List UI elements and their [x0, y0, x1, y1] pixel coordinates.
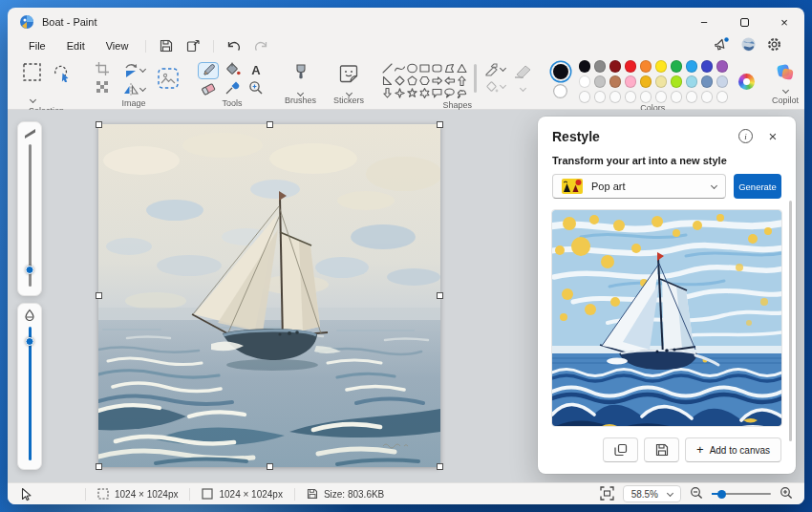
menu-view[interactable]: View — [96, 39, 139, 53]
custom-color-slot[interactable] — [594, 91, 607, 103]
shape-outline-button[interactable] — [484, 62, 505, 76]
rotate-button[interactable] — [123, 63, 145, 78]
menu-edit[interactable]: Edit — [57, 39, 95, 53]
selection-handle-bottom-right[interactable] — [437, 463, 443, 470]
selection-handle-top-right[interactable] — [437, 121, 443, 128]
fit-to-screen-button[interactable] — [600, 486, 614, 502]
shape-fill-button[interactable] — [484, 79, 505, 94]
zoom-level-dropdown[interactable]: 58.5% — [623, 485, 681, 502]
color-swatch[interactable] — [716, 60, 729, 73]
copilot-button[interactable] — [775, 63, 796, 86]
restyle-scrollbar[interactable] — [789, 201, 792, 441]
color-swatch[interactable] — [625, 60, 637, 73]
zoom-slider[interactable] — [712, 488, 771, 500]
selection-handle-bottom-center[interactable] — [267, 463, 273, 470]
color-swatch[interactable] — [716, 75, 729, 88]
menu-file[interactable]: File — [19, 39, 55, 53]
rotate-dropdown-chevron[interactable] — [139, 66, 145, 73]
color-swatch[interactable] — [686, 75, 698, 88]
rectangle-select-button[interactable] — [22, 62, 42, 86]
selection-handle-top-center[interactable] — [267, 121, 273, 128]
color-swatch[interactable] — [671, 60, 683, 73]
color-swatch[interactable] — [640, 60, 652, 73]
magnifier-tool-button[interactable] — [248, 80, 264, 99]
fill-dropdown-chevron[interactable] — [500, 82, 506, 89]
save-result-button[interactable] — [644, 437, 679, 462]
undo-button[interactable] — [222, 37, 246, 54]
feedback-button[interactable] — [713, 36, 730, 55]
custom-color-slot[interactable] — [701, 91, 714, 103]
selection-handle-top-left[interactable] — [96, 121, 102, 128]
custom-color-slot[interactable] — [609, 91, 622, 103]
eraser-tool-button[interactable] — [200, 80, 217, 99]
color-swatch[interactable] — [579, 75, 591, 88]
shape-fill-style-button[interactable] — [513, 62, 534, 85]
stickers-button[interactable] — [338, 63, 359, 88]
color-swatch[interactable] — [686, 60, 698, 73]
copy-result-button[interactable] — [603, 437, 638, 462]
stroke-size-slider[interactable] — [18, 144, 41, 287]
generate-button[interactable]: Generate — [734, 174, 781, 199]
remove-background-button[interactable] — [157, 67, 180, 94]
brushes-button[interactable] — [291, 63, 310, 88]
info-icon[interactable]: i — [738, 129, 753, 143]
selection-dropdown-chevron[interactable] — [30, 96, 36, 103]
color-swatch[interactable] — [609, 75, 622, 88]
custom-color-slot[interactable] — [655, 91, 668, 103]
flip-dropdown-chevron[interactable] — [139, 85, 145, 92]
color-swatch[interactable] — [640, 75, 652, 88]
outline-dropdown-chevron[interactable] — [500, 65, 506, 72]
color-swatch[interactable] — [594, 75, 607, 88]
redo-button[interactable] — [248, 37, 273, 54]
close-button[interactable]: × — [764, 8, 804, 36]
selection-handle-bottom-left[interactable] — [96, 463, 102, 470]
custom-color-slot[interactable] — [625, 91, 637, 103]
primary-color-swatch[interactable] — [553, 64, 568, 79]
opacity-slider[interactable] — [18, 327, 41, 460]
color-swatch[interactable] — [625, 75, 637, 88]
custom-color-slot[interactable] — [640, 91, 652, 103]
copilot-dropdown-chevron[interactable] — [782, 87, 789, 94]
account-button[interactable] — [741, 37, 756, 55]
save-button[interactable] — [154, 37, 179, 54]
color-swatch[interactable] — [655, 60, 668, 73]
style-dropdown[interactable]: Pop art — [552, 174, 726, 199]
secondary-color-swatch[interactable] — [553, 84, 567, 98]
crop-button[interactable] — [95, 61, 110, 80]
settings-button[interactable] — [767, 37, 781, 55]
selection-handle-middle-right[interactable] — [437, 292, 443, 299]
restyle-close-button[interactable]: × — [764, 128, 781, 144]
free-form-select-button[interactable] — [52, 63, 71, 86]
color-swatch[interactable] — [609, 60, 622, 73]
color-swatch[interactable] — [701, 60, 714, 73]
opacity-slider-thumb[interactable] — [26, 337, 34, 346]
text-tool-button[interactable]: A — [251, 63, 260, 77]
color-picker-button[interactable] — [224, 80, 240, 99]
minimize-button[interactable]: − — [684, 8, 724, 36]
edit-colors-button[interactable] — [738, 74, 755, 90]
shapes-grid[interactable] — [381, 62, 469, 100]
selection-handle-middle-left[interactable] — [96, 292, 102, 299]
custom-color-slot[interactable] — [579, 91, 591, 103]
titlebar[interactable]: Boat - Paint − × — [8, 8, 804, 36]
fill-tool-button[interactable] — [224, 61, 241, 80]
flip-button[interactable] — [123, 82, 145, 96]
fill-style-dropdown-chevron[interactable] — [520, 85, 526, 92]
custom-color-slot[interactable] — [716, 91, 729, 103]
stroke-size-slider-thumb[interactable] — [26, 266, 34, 274]
add-to-canvas-button[interactable]: + Add to canvas — [685, 437, 781, 462]
color-swatch[interactable] — [671, 75, 683, 88]
paint-canvas[interactable] — [98, 124, 440, 467]
zoom-in-button[interactable] — [780, 486, 793, 501]
zoom-slider-thumb[interactable] — [717, 490, 726, 499]
color-swatch[interactable] — [594, 60, 607, 73]
zoom-out-button[interactable] — [690, 486, 703, 501]
pencil-tool-button[interactable] — [198, 62, 219, 79]
color-swatch[interactable] — [579, 60, 591, 73]
color-swatch[interactable] — [701, 75, 714, 88]
maximize-button[interactable] — [724, 8, 764, 36]
shapes-scrollbar[interactable] — [474, 64, 477, 93]
custom-color-slot[interactable] — [671, 91, 683, 103]
share-button[interactable] — [181, 37, 205, 54]
custom-color-slot[interactable] — [686, 91, 698, 103]
